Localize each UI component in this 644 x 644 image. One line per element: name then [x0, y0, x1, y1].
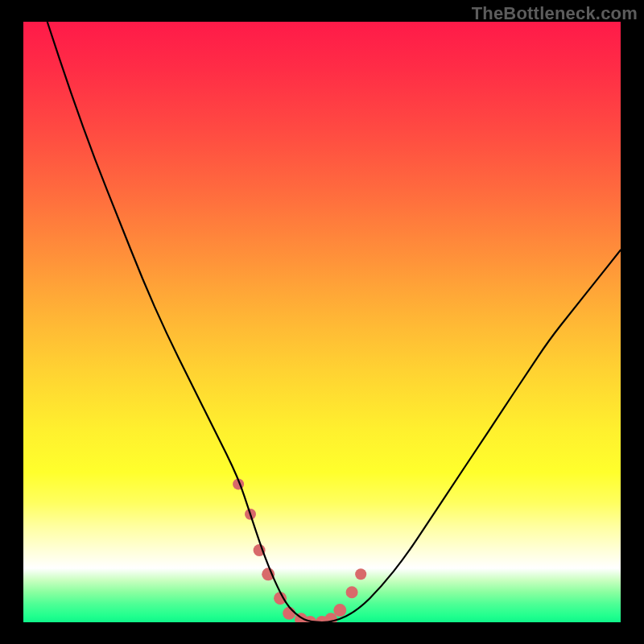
optimal-marker: [333, 604, 346, 617]
bottleneck-curve: [47, 22, 621, 622]
watermark-text: TheBottleneck.com: [472, 3, 638, 24]
curve-svg: [23, 22, 621, 622]
optimal-marker: [346, 586, 358, 598]
optimal-marker: [355, 568, 366, 580]
marker-group: [233, 478, 366, 622]
chart-frame: [23, 22, 621, 622]
optimal-marker: [283, 607, 295, 620]
